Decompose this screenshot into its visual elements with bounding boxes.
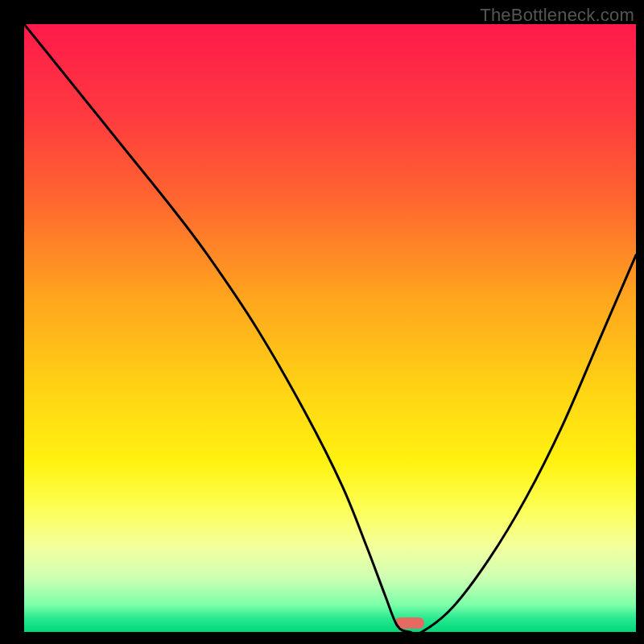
plot-area	[24, 24, 636, 632]
watermark-label: TheBottleneck.com	[480, 5, 634, 26]
chart-svg	[24, 24, 636, 632]
gradient-background	[24, 24, 636, 632]
chart-frame: TheBottleneck.com	[0, 0, 644, 644]
